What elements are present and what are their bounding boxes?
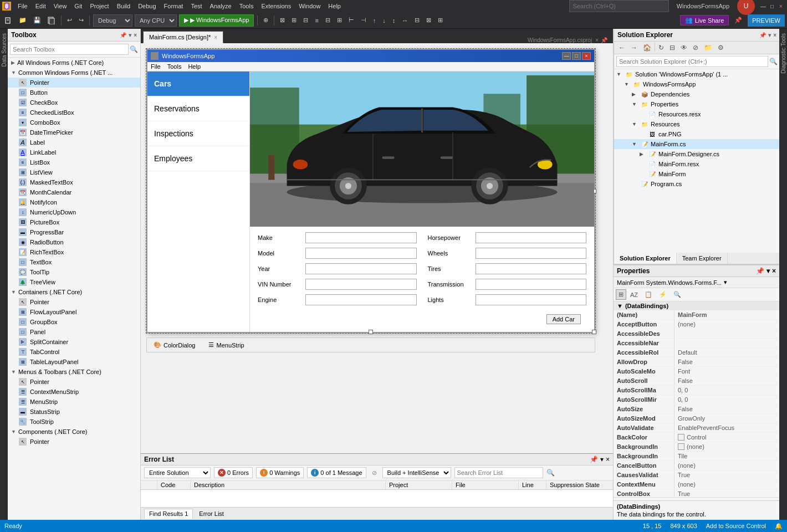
toolbar-btn-8[interactable]: ⊣ (359, 16, 369, 25)
props-btn-alphabetical[interactable]: AZ (627, 289, 641, 300)
toolbox-item-radiobutton[interactable]: ◉ RadioButton (8, 237, 140, 247)
close-button[interactable]: × (777, 2, 785, 10)
category-containers[interactable]: ▼ Containers (.NET Core) (8, 287, 140, 297)
debug-select[interactable]: Debug Release (93, 14, 132, 27)
toolbox-item-statusstrip[interactable]: ▬ StatusStrip (8, 407, 140, 417)
props-row-autosizemod[interactable]: AutoSizeMod GrowOnly (614, 414, 779, 423)
props-row-autoscrollma[interactable]: AutoScrollMa 0, 0 (614, 386, 779, 395)
save-all-button[interactable] (45, 16, 58, 25)
toolbox-arrow-icon[interactable]: ▾ (129, 32, 131, 38)
menu-edit[interactable]: Edit (32, 2, 49, 11)
menu-window[interactable]: Window (295, 2, 324, 11)
model-input[interactable] (305, 248, 417, 259)
category-menus-toolbars[interactable]: ▼ Menus & Toolbars (.NET Core) (8, 367, 140, 377)
solution-close-icon[interactable]: × (773, 32, 776, 38)
solution-toolbar-collapse[interactable]: ⊟ (667, 43, 677, 53)
props-row-backgroundin2[interactable]: BackgroundIn Tile (614, 452, 779, 461)
toolbox-item-checkedlistbox[interactable]: ≡ CheckedListBox (8, 108, 140, 117)
menu-project[interactable]: Project (86, 2, 112, 11)
props-row-autoscroll[interactable]: AutoScroll False (614, 376, 779, 386)
toolbar-btn-9[interactable]: ↑ (371, 16, 379, 25)
props-row-cancelbutton[interactable]: CancelButton (none) (614, 461, 779, 470)
toolbox-item-progressbar[interactable]: ▬ ProgressBar (8, 227, 140, 237)
horsepower-input[interactable] (476, 232, 587, 243)
solution-toolbar-open-folder[interactable]: 📁 (702, 43, 714, 53)
form-minimize-button[interactable]: — (562, 52, 571, 60)
messages-button[interactable]: i 0 of 1 Message (307, 467, 366, 478)
toolbox-item-listbox[interactable]: ≡ ListBox (8, 157, 140, 167)
toolbar-btn-4[interactable]: ≡ (313, 16, 320, 25)
designer-canvas[interactable]: WindowsFormsApp — □ × File Tools Help (141, 43, 613, 453)
tree-mainform-designer[interactable]: ▶ 📝 MainForm.Designer.cs (614, 149, 780, 159)
solution-toolbar-home[interactable]: 🏠 (641, 43, 653, 53)
toolbar-btn-2[interactable]: ⊞ (289, 16, 299, 25)
toolbox-item-maskedtextbox[interactable]: (.) MaskedTextBox (8, 177, 140, 187)
diagnostic-tools-text[interactable]: Diagnostic Tools (780, 33, 786, 74)
toolbox-item-notifyicon[interactable]: 🔔 NotifyIcon (8, 197, 140, 207)
component-menustrip[interactable]: ☰ MenuStrip (206, 340, 246, 350)
solution-toolbar-settings[interactable]: ⚙ (716, 43, 726, 53)
toolbox-item-containers-pointer[interactable]: ↖ Pointer (8, 297, 140, 307)
global-search-input[interactable] (569, 0, 669, 12)
bottom-tab-error-list[interactable]: Error List (194, 509, 229, 519)
props-row-autovalidate[interactable]: AutoValidate EnablePreventFocus (614, 423, 779, 433)
props-row-autoscrollmir[interactable]: AutoScrollMir 0, 0 (614, 395, 779, 405)
toolbar-btn-3[interactable]: ⊟ (301, 16, 310, 25)
warnings-button[interactable]: ! 0 Warnings (256, 467, 304, 478)
tree-car-png[interactable]: 🖼 car.PNG (614, 129, 780, 139)
toolbox-item-pointer[interactable]: ↖ Pointer (8, 78, 140, 88)
redo-button[interactable]: ↪ (76, 16, 86, 25)
menu-analyze[interactable]: Analyze (207, 2, 235, 11)
errors-button[interactable]: ✕ 0 Errors (214, 467, 253, 478)
toolbox-item-menustrip[interactable]: ☰ MenuStrip (8, 397, 140, 407)
props-row-name[interactable]: (Name) MainForm (614, 310, 779, 320)
save-button[interactable]: 💾 (31, 16, 43, 25)
lights-input[interactable] (476, 294, 587, 305)
undo-button[interactable]: ↩ (65, 16, 74, 25)
toolbox-close-icon[interactable]: × (134, 32, 137, 38)
run-button[interactable]: ▶ ▶ WindowsFormsApp (179, 14, 254, 27)
tree-mainform-class[interactable]: 📝 MainForm (614, 169, 780, 179)
menu-file[interactable]: File (14, 2, 31, 11)
solution-arrow-icon[interactable]: ▾ (768, 32, 771, 38)
breadcrumb-close[interactable]: × (595, 37, 599, 43)
attach-button[interactable]: ⊕ (261, 16, 270, 25)
props-btn-searchable[interactable]: 🔍 (671, 289, 684, 300)
toolbar-btn-14[interactable]: ⊠ (424, 16, 433, 25)
pin-button[interactable]: 📌 (732, 16, 744, 25)
tree-project[interactable]: ▼ 📁 WindowsFormsApp (614, 79, 780, 89)
engine-input[interactable] (305, 294, 417, 305)
error-panel-arrow[interactable]: ▾ (600, 456, 604, 463)
sidebar-reservations[interactable]: Reservations (147, 96, 249, 121)
solution-toolbar-forward[interactable]: → (628, 43, 640, 53)
menu-git[interactable]: Git (71, 2, 85, 11)
search-solution-input[interactable] (616, 56, 768, 67)
form-menu-tools[interactable]: Tools (167, 63, 182, 70)
toolbar-btn-15[interactable]: ⊞ (436, 16, 445, 25)
component-colordialog[interactable]: 🎨 ColorDialog (151, 340, 197, 350)
error-panel-close[interactable]: × (606, 456, 610, 463)
toolbox-item-label[interactable]: A Label (8, 137, 140, 147)
toolbar-btn-7[interactable]: ⊢ (346, 16, 356, 25)
props-row-contextmenu[interactable]: ContextMenu (none) (614, 480, 779, 489)
transmission-input[interactable] (476, 279, 587, 290)
solution-toolbar-back[interactable]: ← (616, 43, 627, 53)
props-row-acceptbutton[interactable]: AcceptButton (none) (614, 320, 779, 329)
toolbox-item-datetimepicker[interactable]: 📅 DateTimePicker (8, 127, 140, 137)
status-bell-icon[interactable]: 🔔 (775, 523, 783, 530)
toolbox-item-tablelayoutpanel[interactable]: ⊞ TableLayoutPanel (8, 357, 140, 367)
add-car-button[interactable]: Add Car (546, 314, 581, 324)
toolbox-item-button[interactable]: □ Button (8, 88, 140, 98)
props-row-autosize[interactable]: AutoSize False (614, 405, 779, 414)
toolbox-item-treeview[interactable]: 🌲 TreeView (8, 277, 140, 287)
toolbar-btn-6[interactable]: ⊞ (335, 16, 344, 25)
toolbox-item-tabcontrol[interactable]: ⊤ TabControl (8, 347, 140, 357)
tree-dependencies[interactable]: ▶ 📦 Dependencies (614, 89, 780, 99)
props-object-selector[interactable]: MainForm System.Windows.Forms.F... ▾ (614, 277, 779, 288)
toolbox-item-checkbox[interactable]: ☑ CheckBox (8, 98, 140, 108)
toolbox-item-flowlayoutpanel[interactable]: ⊞ FlowLayoutPanel (8, 307, 140, 317)
search-toolbox-input[interactable] (10, 44, 129, 55)
props-row-backgroundin1[interactable]: BackgroundIn (none) (614, 442, 779, 452)
tree-solution-root[interactable]: ▼ 📁 Solution 'WindowsFormsApp' (1 ... (614, 69, 780, 79)
sidebar-cars[interactable]: Cars (147, 71, 249, 96)
